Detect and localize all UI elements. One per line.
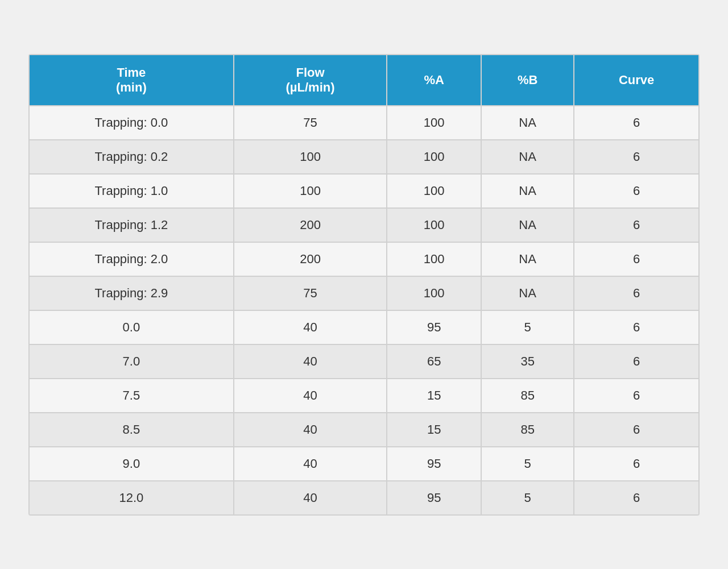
header-pctB: %B [481, 55, 574, 106]
gradient-table: Time(min) Flow(µL/min) %A %B Curve Trapp… [28, 54, 700, 516]
cell-pctB: 5 [481, 481, 574, 515]
cell-time: Trapping: 2.9 [29, 276, 234, 310]
cell-flow: 40 [234, 344, 387, 379]
cell-flow: 40 [234, 379, 387, 413]
cell-curve: 6 [574, 481, 699, 515]
table-row: Trapping: 1.2200100NA6 [29, 208, 699, 242]
cell-curve: 6 [574, 276, 699, 310]
cell-time: Trapping: 0.0 [29, 106, 234, 140]
cell-flow: 200 [234, 208, 387, 242]
cell-pctB: NA [481, 276, 574, 310]
cell-pctA: 100 [387, 242, 481, 276]
table-row: 12.0409556 [29, 481, 699, 515]
table-row: 0.0409556 [29, 310, 699, 344]
cell-pctB: NA [481, 140, 574, 174]
cell-time: 8.5 [29, 413, 234, 447]
cell-curve: 6 [574, 447, 699, 481]
cell-pctB: NA [481, 242, 574, 276]
cell-pctA: 15 [387, 413, 481, 447]
cell-pctB: NA [481, 208, 574, 242]
cell-time: Trapping: 0.2 [29, 140, 234, 174]
cell-flow: 40 [234, 310, 387, 344]
cell-curve: 6 [574, 106, 699, 140]
cell-pctA: 100 [387, 106, 481, 140]
table-row: 8.54015856 [29, 413, 699, 447]
cell-time: 0.0 [29, 310, 234, 344]
cell-pctB: 85 [481, 413, 574, 447]
table-body: Trapping: 0.075100NA6Trapping: 0.2100100… [29, 106, 699, 515]
cell-pctA: 100 [387, 174, 481, 208]
cell-pctB: 5 [481, 447, 574, 481]
cell-time: Trapping: 1.2 [29, 208, 234, 242]
header-curve: Curve [574, 55, 699, 106]
table-row: Trapping: 2.975100NA6 [29, 276, 699, 310]
table-header-row: Time(min) Flow(µL/min) %A %B Curve [29, 55, 699, 106]
cell-curve: 6 [574, 310, 699, 344]
cell-time: Trapping: 2.0 [29, 242, 234, 276]
cell-pctB: 5 [481, 310, 574, 344]
cell-pctB: NA [481, 174, 574, 208]
cell-flow: 75 [234, 276, 387, 310]
cell-curve: 6 [574, 174, 699, 208]
cell-time: 7.0 [29, 344, 234, 379]
cell-curve: 6 [574, 242, 699, 276]
cell-pctB: 85 [481, 379, 574, 413]
cell-time: 12.0 [29, 481, 234, 515]
table-row: Trapping: 1.0100100NA6 [29, 174, 699, 208]
cell-flow: 40 [234, 447, 387, 481]
cell-pctA: 15 [387, 379, 481, 413]
cell-flow: 100 [234, 140, 387, 174]
table-row: 7.04065356 [29, 344, 699, 379]
cell-flow: 40 [234, 481, 387, 515]
cell-time: 7.5 [29, 379, 234, 413]
cell-pctA: 100 [387, 140, 481, 174]
cell-flow: 75 [234, 106, 387, 140]
header-time: Time(min) [29, 55, 234, 106]
cell-pctA: 95 [387, 481, 481, 515]
main-container: Time(min) Flow(µL/min) %A %B Curve Trapp… [28, 54, 700, 516]
header-pctA: %A [387, 55, 481, 106]
cell-pctA: 65 [387, 344, 481, 379]
cell-pctB: 35 [481, 344, 574, 379]
cell-pctB: NA [481, 106, 574, 140]
table-row: Trapping: 0.2100100NA6 [29, 140, 699, 174]
cell-time: Trapping: 1.0 [29, 174, 234, 208]
cell-curve: 6 [574, 344, 699, 379]
cell-flow: 40 [234, 413, 387, 447]
table-row: Trapping: 2.0200100NA6 [29, 242, 699, 276]
cell-time: 9.0 [29, 447, 234, 481]
table-row: 9.0409556 [29, 447, 699, 481]
cell-curve: 6 [574, 379, 699, 413]
cell-pctA: 100 [387, 276, 481, 310]
cell-flow: 100 [234, 174, 387, 208]
table-row: 7.54015856 [29, 379, 699, 413]
table-row: Trapping: 0.075100NA6 [29, 106, 699, 140]
cell-pctA: 95 [387, 310, 481, 344]
cell-flow: 200 [234, 242, 387, 276]
header-flow: Flow(µL/min) [234, 55, 387, 106]
cell-pctA: 100 [387, 208, 481, 242]
cell-curve: 6 [574, 208, 699, 242]
cell-curve: 6 [574, 413, 699, 447]
cell-pctA: 95 [387, 447, 481, 481]
cell-curve: 6 [574, 140, 699, 174]
